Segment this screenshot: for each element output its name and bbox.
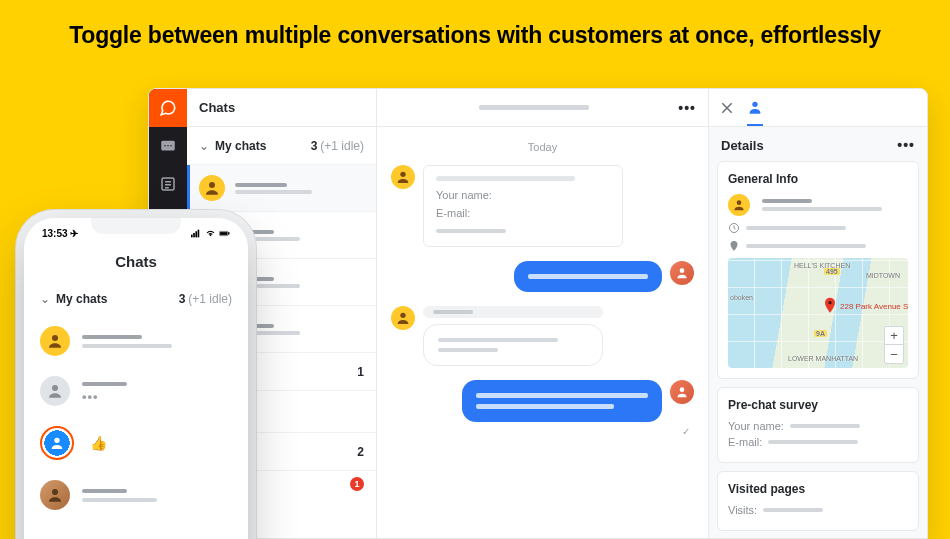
phone-chat-item[interactable] — [24, 470, 248, 520]
chats-header: Chats — [187, 89, 376, 127]
chevron-down-icon: ⌄ — [40, 292, 50, 306]
visited-heading: Visited pages — [728, 482, 908, 496]
phone-chat-item[interactable]: ••• — [24, 366, 248, 416]
conversation-header: ••• — [377, 89, 708, 127]
supervised-count: 1 — [357, 365, 364, 379]
svg-rect-25 — [220, 232, 227, 235]
message-row: Your name: E-mail: — [391, 165, 694, 247]
map-zoom-controls: + − — [884, 326, 904, 364]
conversation-panel: ••• Today Your name: E-mail: — [377, 89, 709, 538]
agent-message — [423, 324, 603, 366]
phone-my-chats-count: 3 — [179, 292, 186, 306]
location-icon — [728, 240, 740, 252]
agent-avatar — [391, 165, 415, 189]
svg-point-3 — [170, 145, 172, 147]
phone-time: 13:53 ✈ — [42, 228, 78, 239]
nav-list-icon[interactable] — [149, 165, 187, 203]
prechat-survey-panel: Pre-chat survey Your name: E-mail: — [717, 387, 919, 463]
details-title: Details ••• — [717, 127, 919, 161]
desktop-app: Chats ⌄ My chats 3 (+1 idle) — [148, 88, 928, 539]
phone-chat-item[interactable] — [24, 316, 248, 366]
svg-rect-23 — [198, 230, 200, 238]
phone-chat-item[interactable]: 👍 — [24, 416, 248, 470]
chat-item[interactable] — [187, 165, 376, 212]
more-menu-button[interactable]: ••• — [678, 100, 696, 116]
battery-icon — [219, 228, 230, 239]
phone-title: Chats — [24, 241, 248, 284]
general-info-heading: General Info — [728, 172, 908, 186]
map-pin-label: 228 Park Avenue South — [840, 302, 908, 311]
avatar — [728, 194, 750, 216]
avatar — [40, 326, 70, 356]
message-row — [391, 380, 694, 422]
my-chats-idle: (+1 idle) — [320, 139, 364, 153]
customer-avatar — [670, 380, 694, 404]
general-info-panel: General Info — [717, 161, 919, 379]
svg-point-27 — [52, 335, 58, 341]
svg-point-12 — [400, 313, 405, 318]
details-panel: Details ••• General Info — [709, 89, 927, 538]
map-zoom-in-button[interactable]: + — [885, 327, 903, 345]
phone-my-chats-label: My chats — [56, 292, 179, 306]
date-separator: Today — [391, 141, 694, 153]
my-chats-section[interactable]: ⌄ My chats 3 (+1 idle) — [187, 127, 376, 165]
svg-point-30 — [52, 489, 58, 495]
svg-point-2 — [167, 145, 169, 147]
person-tab-icon[interactable] — [747, 89, 763, 126]
queued-count: 2 — [357, 445, 364, 459]
svg-point-13 — [680, 387, 685, 392]
close-details-button[interactable] — [719, 89, 735, 126]
prechat-form-card: Your name: E-mail: — [423, 165, 623, 247]
svg-rect-20 — [191, 235, 193, 238]
svg-rect-22 — [195, 231, 197, 237]
svg-rect-21 — [193, 233, 195, 237]
clock-icon — [728, 222, 740, 234]
avatar — [40, 376, 70, 406]
svg-point-10 — [400, 172, 405, 177]
avatar — [40, 480, 70, 510]
signal-icon — [191, 228, 202, 239]
avatar — [199, 175, 225, 201]
details-tabs — [709, 89, 927, 127]
agent-message — [423, 306, 603, 318]
message-row — [391, 261, 694, 292]
visited-pages-panel: Visited pages Visits: — [717, 471, 919, 531]
nav-messages-icon[interactable] — [149, 127, 187, 165]
customer-message — [462, 380, 662, 422]
typing-indicator: ••• — [82, 389, 232, 404]
visits-label: Visits: — [728, 504, 757, 516]
customer-avatar — [670, 261, 694, 285]
message-row — [391, 306, 694, 366]
svg-point-28 — [52, 385, 58, 391]
map-zoom-out-button[interactable]: − — [885, 345, 903, 363]
svg-point-9 — [209, 182, 215, 188]
wifi-icon — [205, 228, 216, 239]
form-name-label: Your name: — [436, 189, 610, 201]
agent-avatar — [391, 306, 415, 330]
svg-point-29 — [54, 438, 59, 443]
phone-mockup: 13:53 ✈ Chats ⌄ My chats 3 (+1 idle) ••• — [24, 218, 248, 539]
nav-chats-icon[interactable] — [149, 89, 187, 127]
phone-my-chats-section[interactable]: ⌄ My chats 3 (+1 idle) — [24, 284, 248, 316]
phone-my-chats-idle: (+1 idle) — [188, 292, 232, 306]
svg-point-11 — [680, 268, 685, 273]
my-chats-label: My chats — [215, 139, 311, 153]
read-receipt-icon: ✓ — [391, 426, 690, 437]
svg-point-16 — [752, 101, 757, 106]
pre-name-label: Your name: — [728, 420, 784, 432]
thumbs-up-icon: 👍 — [90, 435, 107, 451]
customer-message — [514, 261, 662, 292]
prechat-heading: Pre-chat survey — [728, 398, 908, 412]
map[interactable]: HELL'S KITCHEN MIDTOWN 495 oboken 9A LOW… — [728, 258, 908, 368]
svg-point-17 — [737, 200, 742, 205]
notification-badge: 1 — [350, 477, 364, 491]
hero-title: Toggle between multiple conversations wi… — [0, 0, 950, 63]
svg-rect-26 — [228, 233, 229, 235]
svg-point-19 — [828, 301, 831, 304]
form-email-label: E-mail: — [436, 207, 610, 219]
details-more-button[interactable]: ••• — [897, 137, 915, 153]
chevron-down-icon: ⌄ — [199, 139, 209, 153]
svg-point-1 — [164, 145, 166, 147]
avatar — [40, 426, 74, 460]
map-pin-icon — [820, 296, 840, 320]
